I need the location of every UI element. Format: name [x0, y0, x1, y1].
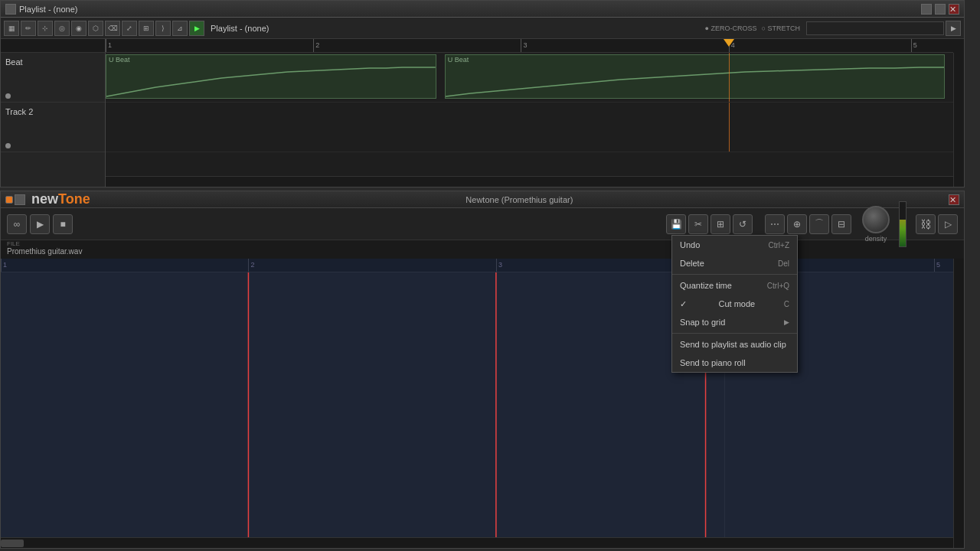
timeline-bar: [806, 21, 944, 35]
link-btn[interactable]: ⛓: [916, 214, 936, 234]
minimize-btn[interactable]: [921, 4, 932, 15]
vu-level: [900, 202, 906, 220]
toolbar-tool10-btn[interactable]: ⟩: [155, 21, 171, 36]
wf-ruler-mark-5: 5: [934, 259, 940, 272]
track-label-beat: Beat: [1, 53, 105, 103]
ctx-send-piano[interactable]: Send to piano roll: [672, 354, 797, 372]
output-btn[interactable]: ▷: [938, 214, 958, 234]
ctx-quantize-shortcut: Ctrl+Q: [767, 282, 789, 290]
toolbar-pencil-btn[interactable]: ✏: [21, 21, 36, 36]
toolbar-right-btn[interactable]: ▶: [946, 21, 961, 36]
play-btn[interactable]: ▶: [189, 21, 204, 36]
ctx-snap-grid-label: Snap to grid: [680, 318, 725, 327]
tracks-area: Beat Track 2 U Beat U Beat: [1, 53, 964, 187]
stretch-label: ○ STRETCH: [762, 24, 800, 32]
ctx-undo-label: Undo: [680, 240, 700, 249]
stop-btn[interactable]: ■: [53, 214, 73, 234]
track-label-beat-text: Beat: [5, 57, 23, 67]
density-knob-circle[interactable]: [862, 206, 890, 233]
close-btn[interactable]: ✕: [949, 4, 959, 15]
curve-btn[interactable]: ⌒: [809, 214, 829, 234]
playhead: [724, 39, 734, 47]
density-knob[interactable]: density: [862, 206, 890, 243]
file-title-label: FILE: [7, 240, 82, 247]
toolbar-mute-btn[interactable]: ◉: [71, 21, 87, 36]
playlist-toolbar: ▦ ✏ ⊹ ◎ ◉ ⬡ ⌫ ⤢ ⊞ ⟩ ⊿ ▶ Playlist - (none…: [1, 18, 964, 39]
playlist-panel: Playlist - (none) ✕ ▦ ✏ ⊹ ◎ ◉ ⬡ ⌫ ⤢ ⊞ ⟩ …: [0, 0, 965, 187]
add-note-btn[interactable]: ⊕: [787, 214, 807, 234]
select-btn[interactable]: ⊞: [710, 214, 730, 234]
newtone-collapse-btn[interactable]: [15, 194, 25, 205]
playlist-icon: [5, 4, 16, 15]
wf-canvas: [1, 272, 953, 537]
beat-clip-2[interactable]: U Beat: [445, 54, 945, 99]
newtone-title-text: Newtone (Promethius guitar): [466, 195, 573, 204]
toolbar-select-btn[interactable]: ⊹: [38, 21, 53, 36]
track-label-track2-text: Track 2: [5, 107, 33, 116]
ctx-delete[interactable]: Delete Del: [672, 254, 797, 272]
toolbar-grid-btn[interactable]: ▦: [4, 21, 19, 36]
toolbar-tool8-btn[interactable]: ⤢: [122, 21, 137, 36]
context-menu: Undo Ctrl+Z Delete Del Quantize time Ctr…: [671, 235, 798, 373]
refresh-btn[interactable]: ↺: [733, 214, 753, 234]
ruler-mark-5: 5: [911, 39, 917, 52]
play-pause-btn[interactable]: ▶: [30, 214, 50, 234]
ctx-snap-grid[interactable]: Snap to grid ▶: [672, 313, 797, 331]
loop-btn[interactable]: ∞: [7, 214, 27, 234]
pl-playhead-track2: [729, 103, 730, 152]
save-btn[interactable]: 💾: [666, 214, 686, 234]
tracks-content: U Beat U Beat: [106, 53, 953, 187]
beat-clip-1-label: U Beat: [106, 55, 436, 64]
toolbar-tool9-btn[interactable]: ⊞: [139, 21, 154, 36]
ctx-send-playlist[interactable]: Send to playlist as audio clip: [672, 335, 797, 354]
hscroll-thumb[interactable]: [1, 540, 24, 547]
ruler-mark-1: 1: [106, 39, 112, 52]
beat-clip-1-wave: [106, 64, 436, 98]
beat-clip-1[interactable]: U Beat: [106, 54, 436, 99]
file-name: Promethius guitar.wav: [7, 247, 82, 256]
wf-hscroll[interactable]: [1, 537, 953, 548]
ctx-cut-mode-label: Cut mode: [719, 299, 756, 308]
toolbar-tool11-btn[interactable]: ⊿: [172, 21, 188, 36]
dots-btn[interactable]: ⋯: [765, 214, 785, 234]
playlist-title: Playlist - (none): [19, 5, 918, 14]
ruler-label-spacer: [1, 39, 106, 53]
toolbar-zoom-btn[interactable]: ◎: [54, 21, 70, 36]
waveform-svg: [1, 272, 953, 537]
tracks-vscroll[interactable]: [953, 53, 964, 187]
beat-track-row: U Beat U Beat: [106, 53, 953, 103]
playlist-titlebar: Playlist - (none) ✕: [1, 1, 964, 18]
wf-ruler-mark-3: 3: [496, 259, 502, 272]
ruler-row: 1 2 3 4 5: [1, 39, 964, 53]
playlist-ruler: 1 2 3 4 5: [106, 39, 953, 53]
ctx-delete-label: Delete: [680, 259, 704, 268]
scissors-btn[interactable]: ✂: [688, 214, 708, 234]
ctx-send-piano-label: Send to piano roll: [680, 358, 746, 367]
density-label: density: [865, 235, 887, 243]
playlist-label: Playlist - (none): [206, 24, 273, 33]
ctx-sep-2: [672, 333, 797, 334]
ctx-sep-1: [672, 274, 797, 275]
ctx-send-playlist-label: Send to playlist as audio clip: [680, 340, 786, 349]
ctx-cut-mode-check: ✓: [680, 299, 687, 309]
newtone-logo-new: new: [31, 191, 58, 207]
ruler-vscroll-space: [953, 39, 964, 53]
ctx-quantize[interactable]: Quantize time Ctrl+Q: [672, 276, 797, 295]
pl-playhead-beat: [729, 53, 730, 102]
ctx-undo[interactable]: Undo Ctrl+Z: [672, 236, 797, 254]
maximize-btn[interactable]: [935, 4, 946, 15]
waveform-area: 1 2 3 4 5: [1, 259, 953, 537]
newtone-panel: newTone Newtone (Promethius guitar) ✕ ∞ …: [0, 191, 965, 549]
ctx-undo-shortcut: Ctrl+Z: [769, 241, 790, 249]
wf-ruler-mark-2: 2: [248, 259, 254, 272]
track2-row: [106, 103, 953, 152]
wf-vscroll[interactable]: [953, 259, 964, 548]
tracks-hscroll[interactable]: [106, 176, 953, 187]
toolbar-delete-btn[interactable]: ⌫: [105, 21, 120, 36]
piano-btn[interactable]: ⊟: [831, 214, 851, 234]
file-info: FILE Promethius guitar.wav: [7, 240, 82, 256]
ctx-cut-mode[interactable]: ✓ Cut mode C: [672, 295, 797, 313]
track-dot-beat: [5, 93, 11, 99]
vu-meter: [899, 201, 906, 247]
toolbar-slip-btn[interactable]: ⬡: [88, 21, 103, 36]
